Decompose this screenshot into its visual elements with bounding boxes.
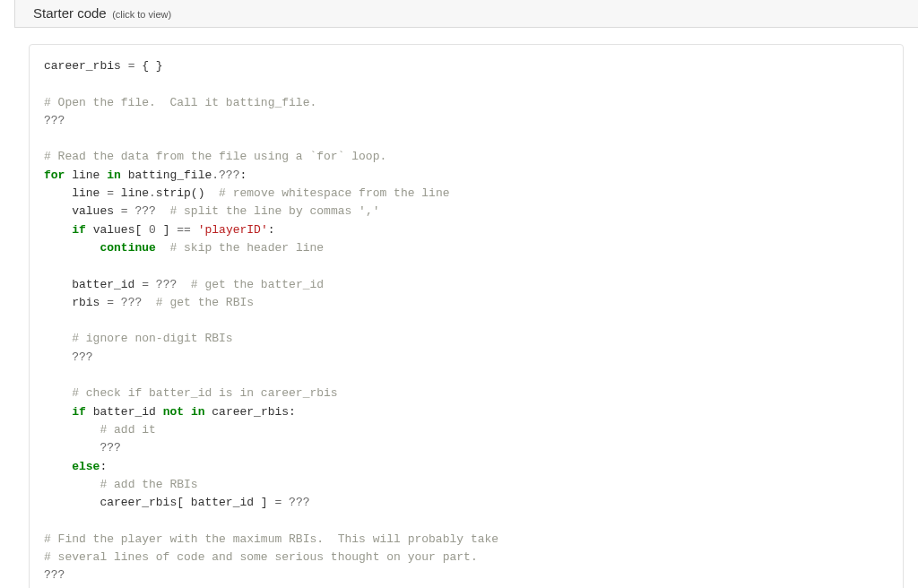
code-token: = [142,278,149,291]
code-token: { } [134,59,162,73]
code-token: if [72,405,86,419]
code-token: ] [156,223,177,237]
code-token: career_rbis [44,59,128,73]
code-token: : [268,223,275,237]
code-token [44,241,100,255]
code-token [184,405,191,419]
code-token: ??? [289,496,309,509]
code-token: : [239,169,247,182]
code-token: # add it [100,423,155,437]
code-token: rbis [44,296,107,309]
code-token: # check if batter_id is in career_rbis [72,386,337,400]
code-token: 0 [149,223,156,237]
code-token: line [44,186,107,200]
code-token: = [107,296,114,309]
code-token: values [44,204,121,218]
code-block: career_rbis = { } # Open the file. Call … [44,57,888,585]
code-token [114,296,121,309]
code-token: ??? [72,350,92,364]
code-token: line [65,169,107,182]
code-token [44,332,72,345]
code-token [44,223,72,237]
code-panel: career_rbis = { } # Open the file. Call … [29,44,904,588]
code-token [44,460,72,473]
code-token: not [163,405,184,419]
code-token: career_rbis: [204,405,295,419]
code-token: ??? [156,278,177,291]
code-token: # several lines of code and some serious… [44,550,478,564]
code-token: # split the line by commas ',' [169,204,379,218]
code-token [44,350,72,364]
code-token: career_rbis[ batter_id ] [44,496,274,509]
code-token: ??? [100,441,120,454]
code-token [142,296,156,309]
code-token: in [191,405,205,419]
code-token: batting_file [121,169,212,182]
code-token: ??? [44,114,65,127]
code-token: ??? [44,568,65,582]
code-token [149,278,156,291]
code-token: # Open the file. Call it batting_file. [44,96,316,109]
code-token: in [107,169,121,182]
starter-code-header[interactable]: Starter code (click to view) [14,0,918,28]
code-token: values[ [86,223,149,237]
code-token: # add the RBIs [100,478,197,491]
page-root: Starter code (click to view) career_rbis… [0,0,918,588]
header-title: Starter code [33,5,107,21]
code-token: for [44,169,65,182]
code-token [156,204,170,218]
code-token [177,278,191,291]
code-token: # remove whitespace from the line [219,186,449,200]
code-token [44,386,72,400]
code-token: : [100,460,107,473]
code-token [44,478,100,491]
code-token: # get the RBIs [156,296,254,309]
code-token: # get the batter_id [191,278,324,291]
code-token: line [114,186,149,200]
header-hint: (click to view) [112,9,171,20]
code-token: ??? [121,296,142,309]
code-token: if [72,223,86,237]
code-token: # skip the header line [169,241,324,255]
code-token: = [107,186,114,200]
code-token: batter_id [44,278,142,291]
code-token: . [149,186,156,200]
code-token [191,223,198,237]
code-token: batter_id [86,405,163,419]
code-token: else [72,460,100,473]
code-token [44,441,100,454]
code-token: ??? [134,204,155,218]
code-token: continue [100,241,155,255]
code-token [281,496,289,509]
code-token: # ignore non-digit RBIs [72,332,232,345]
code-token [156,241,170,255]
code-token [44,423,100,437]
code-token: # Read the data from the file using a `f… [44,150,386,163]
code-token: strip() [156,186,219,200]
code-token: ??? [219,169,239,182]
code-token: . [212,169,219,182]
code-token: 'playerID' [198,223,268,237]
code-token [44,405,72,419]
code-token: # Find the player with the maximum RBIs.… [44,532,498,546]
code-token: = [121,204,128,218]
code-token: == [177,223,191,237]
